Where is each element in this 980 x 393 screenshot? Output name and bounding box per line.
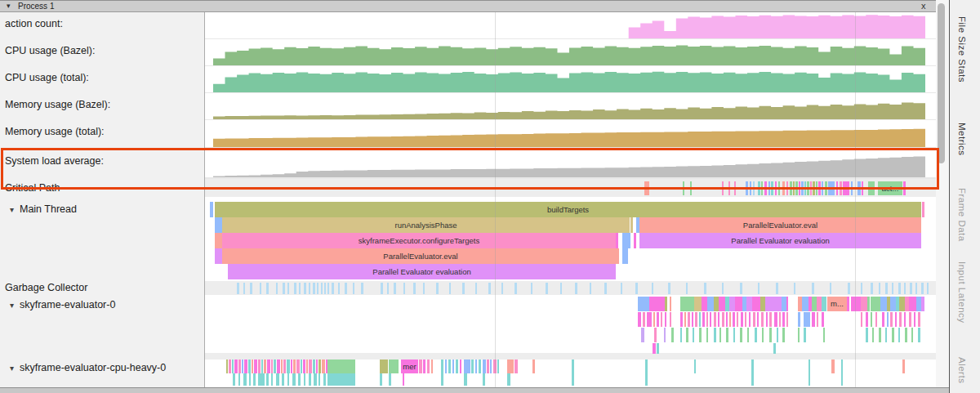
cpu-heavy-row1-slice[interactable] xyxy=(238,373,240,386)
gc-tick[interactable] xyxy=(313,283,315,294)
gc-tick[interactable] xyxy=(927,283,929,294)
cpu-heavy-row0-slice[interactable] xyxy=(532,360,535,373)
evaluator0-row2-slice[interactable] xyxy=(872,328,874,342)
gc-tick[interactable] xyxy=(898,283,901,294)
cpu-heavy-row1-slice[interactable] xyxy=(249,373,251,386)
cpu-heavy-row0-slice[interactable] xyxy=(841,360,843,373)
cpu-heavy-row0-slice[interactable] xyxy=(327,360,355,373)
gc-tick[interactable] xyxy=(921,283,924,294)
cpu-heavy-row0-slice[interactable] xyxy=(291,360,292,373)
cpu-heavy-row0-slice[interactable] xyxy=(287,360,290,373)
gc-tick[interactable] xyxy=(332,283,334,294)
cpu-heavy-row1-slice[interactable] xyxy=(389,373,391,386)
gc-tick[interactable] xyxy=(387,283,389,294)
evaluator0-row1-slice[interactable] xyxy=(774,312,777,327)
gc-tick[interactable] xyxy=(345,283,347,294)
cpu-heavy-row1-slice[interactable] xyxy=(309,373,311,386)
cpu-heavy-row0-slice[interactable] xyxy=(490,360,492,373)
cpu-heavy-row1-slice[interactable] xyxy=(233,373,235,386)
evaluator0-row1-slice[interactable] xyxy=(657,312,659,327)
cpu-heavy-row1-slice[interactable] xyxy=(751,373,754,386)
evaluator0-row0-slice[interactable] xyxy=(729,297,735,311)
gc-tick[interactable] xyxy=(338,283,340,294)
cpu-heavy-row0-slice[interactable] xyxy=(487,360,489,373)
cpu-heavy-row0-slice[interactable] xyxy=(313,360,315,373)
cpu-heavy-row0-slice[interactable] xyxy=(902,360,905,373)
cpu-heavy-row0-slice[interactable] xyxy=(460,360,461,373)
gc-tick[interactable] xyxy=(514,283,517,294)
evaluator0-row1-slice[interactable] xyxy=(786,312,788,327)
evaluator0-row1-slice[interactable] xyxy=(871,312,872,327)
cpu-heavy-row0-slice[interactable] xyxy=(452,360,454,373)
cpu-heavy-row0-slice[interactable] xyxy=(423,360,425,373)
gc-tick[interactable] xyxy=(353,283,354,294)
cpu-heavy-row1-slice[interactable] xyxy=(282,373,284,386)
cpu-heavy-row0-slice[interactable] xyxy=(281,360,283,373)
gc-tick[interactable] xyxy=(621,283,622,294)
evaluator0-row1-slice[interactable] xyxy=(882,312,884,327)
evaluator0-row1-slice[interactable] xyxy=(861,312,862,327)
evaluator0-row0-slice[interactable] xyxy=(822,297,826,311)
gc-tick[interactable] xyxy=(871,283,873,294)
process-header[interactable]: ▾ Process 1 x xyxy=(0,0,936,12)
evaluator0-row1-slice[interactable] xyxy=(733,312,735,327)
evaluator0-row2-slice[interactable] xyxy=(885,328,887,342)
evaluator0-row0-slice[interactable] xyxy=(707,297,714,311)
tab-alerts[interactable]: Alerts xyxy=(957,357,967,383)
evaluator0-row1-slice[interactable] xyxy=(680,312,683,327)
evaluator0-row1-slice[interactable] xyxy=(638,312,641,327)
main-thread-row1-slice[interactable]: ParallelEvaluator.eval xyxy=(639,217,921,233)
gc-tick[interactable] xyxy=(266,283,269,294)
gc-tick[interactable] xyxy=(604,283,607,294)
evaluator0-row2-slice[interactable] xyxy=(747,328,749,342)
gc-tick[interactable] xyxy=(704,283,706,294)
cpu-heavy-row0-slice[interactable] xyxy=(252,360,253,373)
cpu-heavy-row0-slice[interactable] xyxy=(448,360,451,373)
gc-tick[interactable] xyxy=(294,283,296,294)
cpu-heavy-row0-slice[interactable] xyxy=(229,360,231,373)
cpu-heavy-row0-slice[interactable] xyxy=(483,360,486,373)
evaluator0-row2-slice[interactable] xyxy=(905,328,907,342)
cpu-heavy-row0-slice[interactable] xyxy=(389,360,399,373)
gc-tick[interactable] xyxy=(324,283,326,294)
evaluator0-row1-slice[interactable] xyxy=(688,312,690,327)
cpu-heavy-row1-slice[interactable] xyxy=(841,373,843,386)
cpu-heavy-row0-slice[interactable]: mer xyxy=(401,360,418,373)
evaluator0-row0-slice[interactable] xyxy=(702,297,707,311)
evaluator0-row2-slice[interactable] xyxy=(823,328,825,342)
main-thread-row0-slice[interactable]: buildTargets xyxy=(215,202,921,217)
main-thread-row3-slice[interactable]: ParallelEvaluator.eval xyxy=(222,248,619,264)
evaluator0-row2-slice[interactable] xyxy=(777,328,778,342)
gc-tick[interactable] xyxy=(287,283,289,294)
main-thread-row3-slice[interactable] xyxy=(622,248,628,264)
cpu-heavy-row0-slice[interactable] xyxy=(479,360,481,373)
evaluator0-row2-slice[interactable] xyxy=(762,328,764,342)
cpu-heavy-row0-slice[interactable] xyxy=(254,360,257,373)
gc-tick[interactable] xyxy=(546,283,548,294)
cpu-heavy-row0-slice[interactable] xyxy=(293,360,296,373)
evaluator0-row1-slice[interactable] xyxy=(749,312,751,327)
collapse-icon[interactable]: ▾ xyxy=(7,2,11,10)
gc-tick[interactable] xyxy=(879,283,880,294)
cpu-heavy-row0-slice[interactable] xyxy=(226,360,228,373)
cpu-heavy-row0-slice[interactable] xyxy=(445,360,447,373)
gc-tick[interactable] xyxy=(413,283,416,294)
gc-tick[interactable] xyxy=(722,283,724,294)
cpu-heavy-row0-slice[interactable] xyxy=(316,360,318,373)
gc-tick[interactable] xyxy=(910,283,912,294)
evaluator0-row1-slice[interactable] xyxy=(804,312,810,327)
main-thread-row0-slice[interactable] xyxy=(922,202,924,217)
cpu-heavy-row0-slice[interactable] xyxy=(441,360,443,373)
cpu-heavy-row0-slice[interactable] xyxy=(267,360,270,373)
gc-tick[interactable] xyxy=(812,283,814,294)
evaluator0-row1-slice[interactable] xyxy=(726,312,728,327)
main-thread-row2-slice[interactable]: skyframeExecutor.configureTargets xyxy=(222,233,616,248)
cpu-heavy-row1-slice[interactable] xyxy=(298,373,301,386)
cpu-heavy-row0-slice[interactable] xyxy=(431,360,433,373)
evaluator0-row1-slice[interactable] xyxy=(761,312,764,327)
cpu-heavy-row0-slice[interactable] xyxy=(261,360,263,373)
gc-tick[interactable] xyxy=(776,283,778,294)
gc-tick[interactable] xyxy=(237,283,239,294)
evaluator0-row0-slice[interactable] xyxy=(786,297,788,311)
evaluator0-row1-slice[interactable] xyxy=(699,312,701,327)
